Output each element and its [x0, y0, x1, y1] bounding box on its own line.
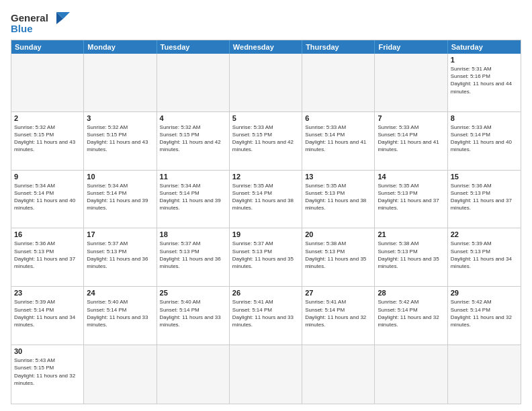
- day-number: 2: [14, 114, 81, 122]
- calendar-grid: 1Sunrise: 5:31 AMSunset: 5:16 PMDaylight…: [11, 54, 521, 404]
- day-cell-25: 25Sunrise: 5:40 AMSunset: 5:14 PMDayligh…: [157, 287, 230, 345]
- day-cell-4: 4Sunrise: 5:32 AMSunset: 5:15 PMDaylight…: [157, 112, 230, 171]
- day-number: 1: [451, 56, 518, 64]
- cell-info: Sunrise: 5:32 AMSunset: 5:15 PMDaylight:…: [160, 124, 226, 154]
- cell-info: Sunrise: 5:41 AMSunset: 5:14 PMDaylight:…: [232, 298, 299, 328]
- day-cell-3: 3Sunrise: 5:32 AMSunset: 5:15 PMDaylight…: [84, 112, 157, 171]
- cell-info: Sunrise: 5:37 AMSunset: 5:13 PMDaylight:…: [232, 240, 299, 270]
- day-number: 27: [305, 289, 371, 297]
- empty-cell: [230, 345, 302, 404]
- calendar: SundayMondayTuesdayWednesdayThursdayFrid…: [11, 40, 521, 404]
- day-number: 3: [87, 114, 153, 122]
- header-day-saturday: Saturday: [448, 40, 521, 54]
- header-day-friday: Friday: [375, 40, 447, 54]
- day-cell-21: 21Sunrise: 5:38 AMSunset: 5:13 PMDayligh…: [375, 228, 447, 287]
- empty-cell: [84, 345, 157, 404]
- day-cell-5: 5Sunrise: 5:33 AMSunset: 5:15 PMDaylight…: [230, 112, 302, 171]
- empty-cell: [448, 345, 521, 404]
- cell-info: Sunrise: 5:38 AMSunset: 5:13 PMDaylight:…: [378, 240, 444, 270]
- cell-info: Sunrise: 5:36 AMSunset: 5:13 PMDaylight:…: [14, 240, 81, 270]
- day-cell-15: 15Sunrise: 5:36 AMSunset: 5:13 PMDayligh…: [448, 171, 521, 229]
- day-cell-1: 1Sunrise: 5:31 AMSunset: 5:16 PMDaylight…: [448, 54, 521, 112]
- logo-blue-text: Blue: [11, 23, 33, 34]
- cell-info: Sunrise: 5:37 AMSunset: 5:13 PMDaylight:…: [87, 240, 153, 270]
- day-cell-18: 18Sunrise: 5:37 AMSunset: 5:13 PMDayligh…: [157, 228, 230, 287]
- empty-cell: [84, 54, 157, 112]
- day-number: 18: [160, 230, 226, 238]
- day-number: 7: [378, 114, 444, 122]
- day-number: 20: [305, 230, 371, 238]
- cell-info: Sunrise: 5:39 AMSunset: 5:14 PMDaylight:…: [14, 298, 81, 328]
- empty-cell: [375, 54, 447, 112]
- day-number: 15: [451, 173, 518, 181]
- cell-info: Sunrise: 5:33 AMSunset: 5:14 PMDaylight:…: [451, 124, 518, 154]
- cell-info: Sunrise: 5:33 AMSunset: 5:14 PMDaylight:…: [378, 124, 444, 154]
- day-number: 16: [14, 230, 81, 238]
- cell-info: Sunrise: 5:40 AMSunset: 5:14 PMDaylight:…: [87, 298, 153, 328]
- empty-cell: [375, 345, 447, 404]
- cell-info: Sunrise: 5:32 AMSunset: 5:15 PMDaylight:…: [87, 124, 153, 154]
- cell-info: Sunrise: 5:33 AMSunset: 5:15 PMDaylight:…: [232, 124, 299, 154]
- day-cell-8: 8Sunrise: 5:33 AMSunset: 5:14 PMDaylight…: [448, 112, 521, 171]
- day-cell-22: 22Sunrise: 5:39 AMSunset: 5:13 PMDayligh…: [448, 228, 521, 287]
- cell-info: Sunrise: 5:38 AMSunset: 5:13 PMDaylight:…: [305, 240, 371, 270]
- day-number: 4: [160, 114, 226, 122]
- day-cell-10: 10Sunrise: 5:34 AMSunset: 5:14 PMDayligh…: [84, 171, 157, 229]
- header-day-sunday: Sunday: [11, 40, 84, 54]
- day-cell-30: 30Sunrise: 5:43 AMSunset: 5:15 PMDayligh…: [11, 345, 84, 404]
- day-number: 11: [160, 173, 226, 181]
- day-number: 29: [451, 289, 518, 297]
- header: General Blue: [11, 8, 521, 34]
- cell-info: Sunrise: 5:36 AMSunset: 5:13 PMDaylight:…: [451, 182, 518, 212]
- cell-info: Sunrise: 5:34 AMSunset: 5:14 PMDaylight:…: [14, 182, 81, 212]
- cell-info: Sunrise: 5:35 AMSunset: 5:13 PMDaylight:…: [378, 182, 444, 212]
- day-number: 22: [451, 230, 518, 238]
- cell-info: Sunrise: 5:39 AMSunset: 5:13 PMDaylight:…: [451, 240, 518, 270]
- day-number: 8: [451, 114, 518, 122]
- day-cell-16: 16Sunrise: 5:36 AMSunset: 5:13 PMDayligh…: [11, 228, 84, 287]
- day-number: 17: [87, 230, 153, 238]
- cell-info: Sunrise: 5:41 AMSunset: 5:14 PMDaylight:…: [305, 298, 371, 328]
- day-cell-7: 7Sunrise: 5:33 AMSunset: 5:14 PMDaylight…: [375, 112, 447, 171]
- cell-info: Sunrise: 5:42 AMSunset: 5:14 PMDaylight:…: [378, 298, 444, 328]
- empty-cell: [302, 345, 375, 404]
- empty-cell: [11, 54, 84, 112]
- cell-info: Sunrise: 5:34 AMSunset: 5:14 PMDaylight:…: [87, 182, 153, 212]
- day-cell-2: 2Sunrise: 5:32 AMSunset: 5:15 PMDaylight…: [11, 112, 84, 171]
- logo: General Blue: [11, 11, 70, 34]
- day-cell-23: 23Sunrise: 5:39 AMSunset: 5:14 PMDayligh…: [11, 287, 84, 345]
- day-cell-14: 14Sunrise: 5:35 AMSunset: 5:13 PMDayligh…: [375, 171, 447, 229]
- day-cell-24: 24Sunrise: 5:40 AMSunset: 5:14 PMDayligh…: [84, 287, 157, 345]
- day-number: 14: [378, 173, 444, 181]
- day-cell-6: 6Sunrise: 5:33 AMSunset: 5:14 PMDaylight…: [302, 112, 375, 171]
- cell-info: Sunrise: 5:35 AMSunset: 5:13 PMDaylight:…: [305, 182, 371, 212]
- empty-cell: [230, 54, 302, 112]
- cell-info: Sunrise: 5:33 AMSunset: 5:14 PMDaylight:…: [305, 124, 371, 154]
- day-number: 26: [232, 289, 299, 297]
- day-number: 5: [232, 114, 299, 122]
- day-number: 30: [14, 347, 81, 355]
- day-cell-20: 20Sunrise: 5:38 AMSunset: 5:13 PMDayligh…: [302, 228, 375, 287]
- day-cell-26: 26Sunrise: 5:41 AMSunset: 5:14 PMDayligh…: [230, 287, 302, 345]
- day-number: 25: [160, 289, 226, 297]
- day-cell-9: 9Sunrise: 5:34 AMSunset: 5:14 PMDaylight…: [11, 171, 84, 229]
- day-number: 21: [378, 230, 444, 238]
- calendar-header: SundayMondayTuesdayWednesdayThursdayFrid…: [11, 40, 521, 54]
- cell-info: Sunrise: 5:31 AMSunset: 5:16 PMDaylight:…: [451, 65, 518, 95]
- day-number: 12: [232, 173, 299, 181]
- day-number: 13: [305, 173, 371, 181]
- cell-info: Sunrise: 5:35 AMSunset: 5:14 PMDaylight:…: [232, 182, 299, 212]
- day-number: 28: [378, 289, 444, 297]
- header-day-tuesday: Tuesday: [157, 40, 230, 54]
- header-day-monday: Monday: [84, 40, 157, 54]
- day-number: 6: [305, 114, 371, 122]
- day-number: 19: [232, 230, 299, 238]
- day-cell-19: 19Sunrise: 5:37 AMSunset: 5:13 PMDayligh…: [230, 228, 302, 287]
- cell-info: Sunrise: 5:34 AMSunset: 5:14 PMDaylight:…: [160, 182, 226, 212]
- cell-info: Sunrise: 5:42 AMSunset: 5:14 PMDaylight:…: [451, 298, 518, 328]
- day-cell-11: 11Sunrise: 5:34 AMSunset: 5:14 PMDayligh…: [157, 171, 230, 229]
- empty-cell: [157, 54, 230, 112]
- page: General Blue SundayMondayTuesdayWednesda…: [0, 0, 532, 411]
- empty-cell: [302, 54, 375, 112]
- cell-info: Sunrise: 5:40 AMSunset: 5:14 PMDaylight:…: [160, 298, 226, 328]
